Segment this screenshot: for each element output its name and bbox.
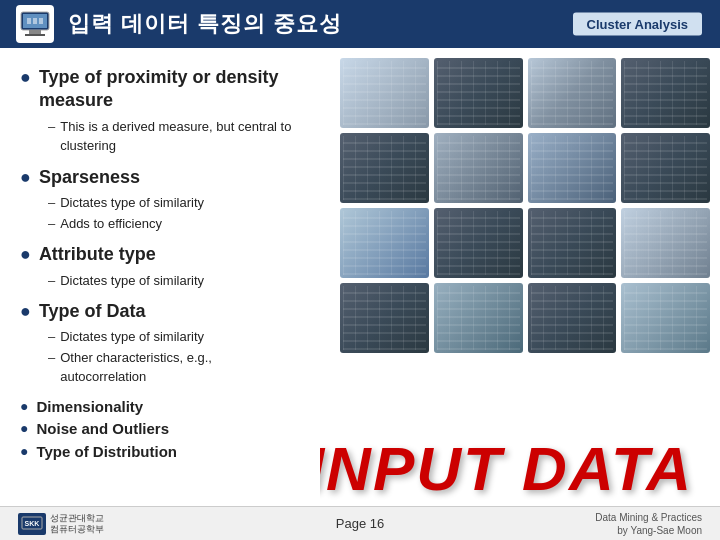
- image-row-4: [340, 283, 710, 353]
- svg-rect-5: [33, 18, 37, 24]
- input-data-overlay: INPUT DATA: [320, 438, 710, 500]
- img-cell-2-4: [621, 133, 710, 203]
- footer-credit-line1: Data Mining & Practices: [595, 511, 702, 524]
- footer-logo-box: SKK 성균관대학교 컴퓨터공학부: [18, 513, 104, 535]
- bullet-dot-1: ●: [20, 66, 31, 89]
- footer-credit: Data Mining & Practices by Yang-Sae Moon: [595, 511, 702, 537]
- section-attribute-title: Attribute type: [39, 243, 156, 266]
- bottom-item-1: Noise and Outliers: [36, 419, 169, 439]
- svg-text:SKK: SKK: [25, 520, 40, 527]
- sub-dash-2b: –: [48, 214, 55, 234]
- bullet-dot-4: ●: [20, 300, 31, 323]
- img-cell-2-1: [340, 133, 429, 203]
- sub-text-1-0: This is a derived measure, but central t…: [60, 117, 300, 156]
- img-cell-3-2: [434, 208, 523, 278]
- svg-rect-6: [39, 18, 43, 24]
- section-typeofdata-title: Type of Data: [39, 300, 146, 323]
- sub-bullets-typeofdata: – Dictates type of similarity – Other ch…: [48, 327, 300, 387]
- img-cell-2-2: [434, 133, 523, 203]
- image-row-2: [340, 133, 710, 203]
- footer-left: SKK 성균관대학교 컴퓨터공학부: [18, 513, 104, 535]
- sub-bullets-sparseness: – Dictates type of similarity – Adds to …: [48, 193, 300, 233]
- bullet-dot-3: ●: [20, 243, 31, 266]
- img-cell-3-4: [621, 208, 710, 278]
- footer: SKK 성균관대학교 컴퓨터공학부 Page 16 Data Mining & …: [0, 506, 720, 540]
- bullet-dot-2: ●: [20, 166, 31, 189]
- image-row-3: [340, 208, 710, 278]
- bottom-item-0: Dimensionality: [36, 397, 143, 417]
- img-cell-1-3: [528, 58, 617, 128]
- right-panel: INPUT DATA: [320, 48, 720, 540]
- bottom-bullets: ● Dimensionality ● Noise and Outliers ● …: [20, 397, 300, 462]
- footer-credit-line2: by Yang-Sae Moon: [595, 524, 702, 537]
- sub-bullets-attribute: – Dictates type of similarity: [48, 271, 300, 291]
- sub-dash-2a: –: [48, 193, 55, 213]
- section-proximity-title: Type of proximity or density measure: [39, 66, 300, 113]
- bullet-dot-7: ●: [20, 442, 28, 460]
- sub-dash-3a: –: [48, 271, 55, 291]
- header-badge: Cluster Analysis: [573, 13, 702, 36]
- footer-logo-text: 성균관대학교 컴퓨터공학부: [50, 513, 104, 535]
- section-sparseness-title: Sparseness: [39, 166, 140, 189]
- sub-text-4-1: Other characteristics, e.g., autocorrela…: [60, 348, 300, 387]
- img-cell-1-4: [621, 58, 710, 128]
- img-cell-1-2: [434, 58, 523, 128]
- image-grid: [340, 58, 710, 458]
- svg-rect-4: [27, 18, 31, 24]
- section-sparseness: ● Sparseness – Dictates type of similari…: [20, 166, 300, 233]
- img-cell-4-1: [340, 283, 429, 353]
- sub-bullets-proximity: – This is a derived measure, but central…: [48, 117, 300, 156]
- img-cell-3-1: [340, 208, 429, 278]
- header-title: 입력 데이터 특징의 중요성: [68, 9, 342, 39]
- sub-dash-4a: –: [48, 327, 55, 347]
- header-bar: 입력 데이터 특징의 중요성 Cluster Analysis: [0, 0, 720, 48]
- sub-dash-1: –: [48, 117, 55, 137]
- bullet-dot-5: ●: [20, 397, 28, 415]
- sub-dash-4b: –: [48, 348, 55, 368]
- footer-logo-line2: 컴퓨터공학부: [50, 524, 104, 535]
- main-content: ● Type of proximity or density measure –…: [0, 48, 720, 540]
- image-row-1: [340, 58, 710, 128]
- header-logo: [16, 5, 54, 43]
- footer-page: Page 16: [336, 516, 384, 531]
- sub-text-2-0: Dictates type of similarity: [60, 193, 204, 213]
- section-typeofdata: ● Type of Data – Dictates type of simila…: [20, 300, 300, 387]
- bullet-dot-6: ●: [20, 419, 28, 437]
- img-cell-4-3: [528, 283, 617, 353]
- input-data-text: INPUT DATA: [320, 438, 710, 500]
- section-proximity: ● Type of proximity or density measure –…: [20, 66, 300, 156]
- img-cell-4-2: [434, 283, 523, 353]
- footer-logo-icon: SKK: [18, 513, 46, 535]
- svg-rect-3: [25, 34, 45, 36]
- img-cell-2-3: [528, 133, 617, 203]
- section-attribute: ● Attribute type – Dictates type of simi…: [20, 243, 300, 290]
- sub-text-3-0: Dictates type of similarity: [60, 271, 204, 291]
- sub-text-2-1: Adds to efficiency: [60, 214, 162, 234]
- sub-text-4-0: Dictates type of similarity: [60, 327, 204, 347]
- svg-rect-2: [29, 30, 41, 34]
- img-cell-4-4: [621, 283, 710, 353]
- bottom-item-2: Type of Distribution: [36, 442, 177, 462]
- footer-logo-line1: 성균관대학교: [50, 513, 104, 524]
- img-cell-1-1: [340, 58, 429, 128]
- left-panel: ● Type of proximity or density measure –…: [0, 48, 320, 540]
- img-cell-3-3: [528, 208, 617, 278]
